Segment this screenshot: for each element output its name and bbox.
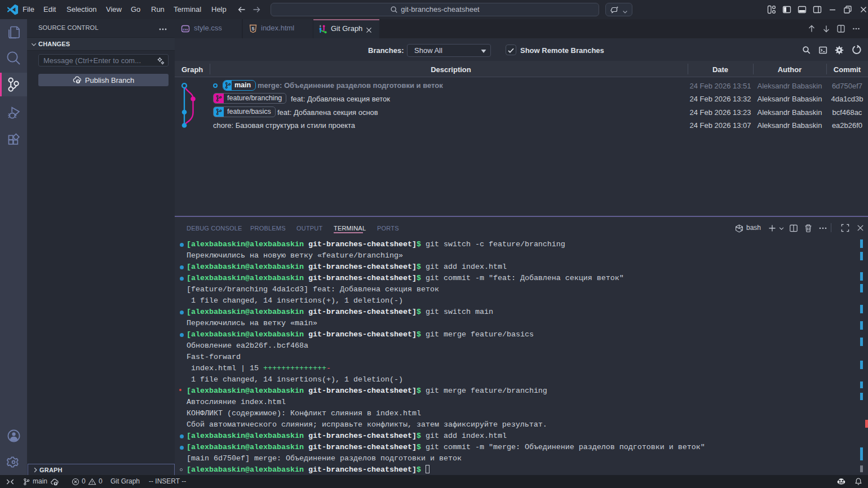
svg-text:css: css — [183, 28, 188, 31]
svg-text:5: 5 — [252, 26, 255, 32]
